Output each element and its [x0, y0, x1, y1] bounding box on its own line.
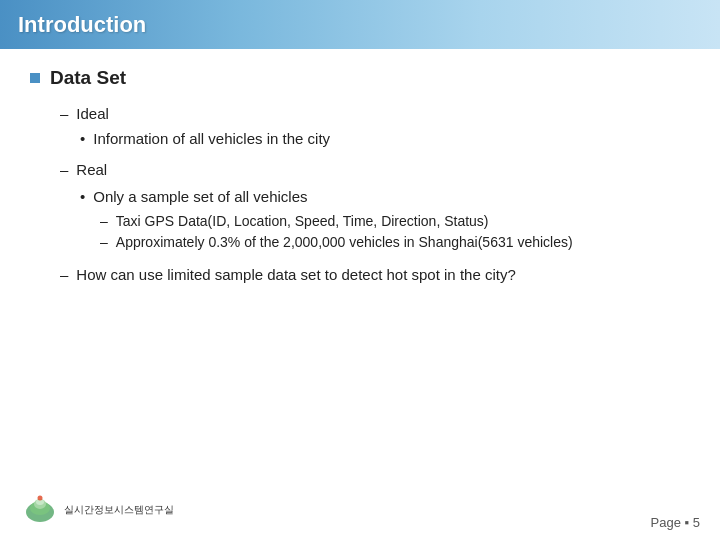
- page-title: Introduction: [18, 12, 146, 38]
- sub-dash-icon-2: –: [100, 234, 108, 250]
- logo-icon: [20, 490, 60, 530]
- sub-dash-item-1: – Taxi GPS Data(ID, Location, Speed, Tim…: [100, 213, 690, 229]
- section-bullet-icon: [30, 73, 40, 83]
- logo-text: 실시간정보시스템연구실: [64, 503, 174, 517]
- real-item: – Real: [60, 161, 690, 178]
- dash-icon: –: [60, 105, 68, 122]
- main-content: Data Set – Ideal • Information of all ve…: [0, 49, 720, 303]
- footer: 실시간정보시스템연구실 Page ▪ 5: [0, 490, 720, 530]
- ideal-bullet-item: • Information of all vehicles in the cit…: [80, 130, 690, 147]
- dash-icon-real: –: [60, 161, 68, 178]
- section-label: Data Set: [50, 67, 126, 89]
- sub-dash-text-1: Taxi GPS Data(ID, Location, Speed, Time,…: [116, 213, 489, 229]
- bullet-icon: •: [80, 130, 85, 147]
- section-heading: Data Set: [30, 67, 690, 89]
- page-number: Page ▪ 5: [651, 515, 700, 530]
- sub-dash-item-2: – Approximately 0.3% of the 2,000,000 ve…: [100, 234, 690, 250]
- real-label: Real: [76, 161, 107, 178]
- dash-icon-question: –: [60, 266, 68, 283]
- sub-dash-text-2: Approximately 0.3% of the 2,000,000 vehi…: [116, 234, 573, 250]
- real-bullet-item: • Only a sample set of all vehicles: [80, 188, 690, 205]
- sub-dash-icon-1: –: [100, 213, 108, 229]
- ideal-bullet-text: Information of all vehicles in the city: [93, 130, 330, 147]
- bottom-question: – How can use limited sample data set to…: [60, 266, 690, 283]
- ideal-item: – Ideal: [60, 105, 690, 122]
- bullet-icon-real: •: [80, 188, 85, 205]
- svg-point-4: [38, 496, 43, 501]
- footer-logo: 실시간정보시스템연구실: [20, 490, 174, 530]
- header: Introduction: [0, 0, 720, 49]
- real-bullet-text: Only a sample set of all vehicles: [93, 188, 307, 205]
- question-text: How can use limited sample data set to d…: [76, 266, 515, 283]
- ideal-label: Ideal: [76, 105, 109, 122]
